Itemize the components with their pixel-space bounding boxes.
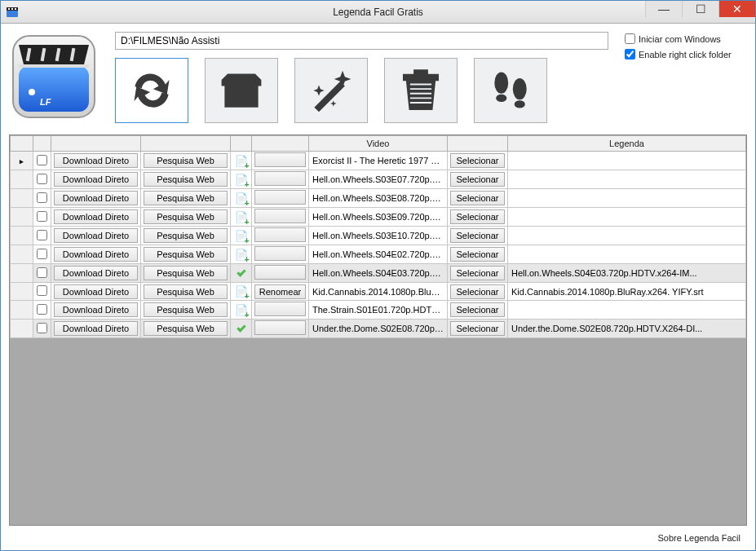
rename-button[interactable]	[254, 227, 306, 242]
download-direct-button[interactable]: Download Direto	[54, 321, 138, 336]
table-row[interactable]: Download DiretoPesquisa Web📄Hell.on.Whee…	[11, 170, 746, 189]
search-web-button[interactable]: Pesquisa Web	[144, 247, 228, 262]
window-title: Legenda Facil Gratis	[1, 7, 755, 18]
rename-cell: Renomear	[252, 283, 309, 301]
trash-button[interactable]	[384, 58, 458, 123]
web-search-cell: Pesquisa Web	[141, 170, 231, 189]
svg-text:LF: LF	[40, 97, 51, 107]
search-web-button[interactable]: Pesquisa Web	[144, 172, 228, 187]
download-direct-button[interactable]: Download Direto	[54, 302, 138, 317]
document-plus-icon: 📄	[235, 285, 248, 298]
row-checkbox[interactable]	[37, 174, 47, 184]
search-web-button[interactable]: Pesquisa Web	[144, 209, 228, 224]
rename-button[interactable]	[254, 152, 306, 167]
rename-button[interactable]	[254, 246, 306, 261]
start-with-windows-option[interactable]: Iniciar com Windows	[625, 33, 747, 44]
web-search-cell: Pesquisa Web	[141, 320, 231, 338]
rename-button[interactable]	[254, 302, 306, 316]
svg-point-14	[496, 95, 506, 102]
row-checkbox[interactable]	[37, 230, 47, 240]
download-direct-button[interactable]: Download Direto	[54, 247, 138, 262]
status-cell	[231, 320, 252, 338]
search-web-button[interactable]: Pesquisa Web	[144, 153, 228, 168]
select-button[interactable]: Selecionar	[450, 284, 505, 299]
table-row[interactable]: ▸Download DiretoPesquisa Web📄Exorcist II…	[11, 152, 746, 170]
rename-button[interactable]	[254, 171, 306, 186]
select-button[interactable]: Selecionar	[450, 191, 505, 205]
rename-button[interactable]	[254, 190, 306, 205]
close-button[interactable]: ✕	[718, 1, 755, 17]
download-direct-button[interactable]: Download Direto	[54, 153, 138, 168]
rename-button[interactable]	[254, 209, 306, 223]
download-direct-button[interactable]: Download Direto	[54, 209, 138, 224]
select-cell: Selecionar	[448, 301, 508, 320]
select-button[interactable]: Selecionar	[450, 247, 505, 262]
select-button[interactable]: Selecionar	[450, 172, 505, 187]
right-click-folder-option[interactable]: Enable right click folder	[625, 49, 747, 60]
rename-button[interactable]	[254, 265, 306, 280]
direct-download-cell: Download Direto	[51, 245, 141, 264]
download-direct-button[interactable]: Download Direto	[54, 172, 138, 187]
row-checkbox[interactable]	[37, 192, 47, 203]
magic-wand-button[interactable]	[294, 58, 368, 123]
footprints-button[interactable]	[474, 58, 547, 123]
search-web-button[interactable]: Pesquisa Web	[144, 302, 228, 317]
open-box-button[interactable]	[205, 58, 278, 123]
table-row[interactable]: Download DiretoPesquisa Web📄Hell.on.Whee…	[11, 208, 746, 227]
search-web-button[interactable]: Pesquisa Web	[144, 191, 228, 205]
refresh-button[interactable]	[115, 58, 188, 123]
table-row[interactable]: Download DiretoPesquisa Web📄Hell.on.Whee…	[11, 227, 746, 245]
document-plus-icon: 📄	[235, 174, 248, 186]
table-row[interactable]: Download DiretoPesquisa Web📄The.Strain.S…	[11, 301, 746, 320]
row-checkbox[interactable]	[37, 155, 47, 165]
row-checkbox[interactable]	[37, 249, 47, 259]
search-web-button[interactable]: Pesquisa Web	[144, 284, 228, 299]
maximize-button[interactable]: ☐	[682, 1, 718, 17]
about-link[interactable]: Sobre Legenda Facil	[657, 533, 741, 543]
svg-point-13	[494, 73, 508, 94]
search-web-button[interactable]: Pesquisa Web	[144, 321, 228, 336]
right-click-folder-checkbox[interactable]	[625, 49, 635, 60]
select-button[interactable]: Selecionar	[450, 209, 505, 224]
table-row[interactable]: Download DiretoPesquisa Web📄Hell.on.Whee…	[11, 245, 746, 264]
row-checkbox[interactable]	[37, 211, 47, 222]
row-marker	[11, 320, 33, 338]
select-button[interactable]: Selecionar	[450, 321, 505, 336]
direct-download-cell: Download Direto	[51, 208, 141, 227]
row-checkbox[interactable]	[37, 267, 47, 278]
subtitle-filename: Under.the.Dome.S02E08.720p.HDTV.X264-DI.…	[508, 320, 746, 338]
rename-button[interactable]	[254, 320, 306, 335]
table-row[interactable]: Download DiretoPesquisa Web📄Hell.on.Whee…	[11, 189, 746, 208]
select-button[interactable]: Selecionar	[450, 228, 505, 243]
row-checkbox-cell	[33, 264, 51, 283]
row-checkbox[interactable]	[37, 304, 47, 315]
document-plus-icon: 📄	[235, 230, 248, 242]
start-with-windows-checkbox[interactable]	[625, 33, 635, 44]
select-cell: Selecionar	[448, 264, 508, 283]
table-row[interactable]: Download DiretoPesquisa WebHell.on.Wheel…	[11, 264, 746, 283]
download-direct-button[interactable]: Download Direto	[54, 266, 138, 280]
select-button[interactable]: Selecionar	[450, 302, 505, 317]
row-checkbox[interactable]	[37, 285, 47, 296]
folder-path-input[interactable]	[115, 32, 608, 50]
row-marker	[11, 283, 33, 301]
select-button[interactable]: Selecionar	[450, 266, 505, 280]
download-direct-button[interactable]: Download Direto	[54, 228, 138, 243]
rename-button[interactable]: Renomear	[254, 284, 306, 299]
search-web-button[interactable]: Pesquisa Web	[144, 266, 228, 280]
search-web-button[interactable]: Pesquisa Web	[144, 228, 228, 243]
svg-rect-6	[19, 66, 89, 112]
select-button[interactable]: Selecionar	[450, 153, 505, 168]
row-checkbox-cell	[33, 170, 51, 189]
files-grid[interactable]: Video Legenda ▸Download DiretoPesquisa W…	[9, 134, 747, 526]
select-cell: Selecionar	[448, 152, 508, 170]
table-row[interactable]: Download DiretoPesquisa Web📄RenomearKid.…	[11, 283, 746, 301]
direct-download-cell: Download Direto	[51, 189, 141, 208]
minimize-button[interactable]: —	[645, 1, 682, 17]
row-checkbox[interactable]	[37, 323, 47, 333]
table-row[interactable]: Download DiretoPesquisa WebUnder.the.Dom…	[11, 320, 746, 338]
download-direct-button[interactable]: Download Direto	[54, 284, 138, 299]
web-search-cell: Pesquisa Web	[141, 227, 231, 245]
download-direct-button[interactable]: Download Direto	[54, 191, 138, 205]
subtitle-filename: Hell.on.Wheels.S04E03.720p.HDTV.x264-IM.…	[508, 264, 746, 283]
